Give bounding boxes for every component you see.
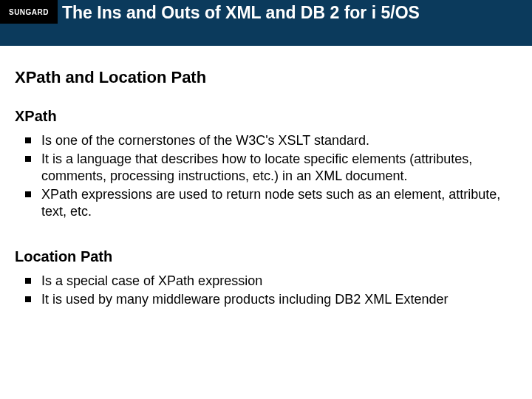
section-xpath: XPath Is one of the cornerstones of the …: [15, 108, 510, 220]
page-title: The Ins and Outs of XML and DB 2 for i 5…: [62, 3, 525, 23]
subheading-xpath: XPath: [15, 108, 510, 125]
slide-body: XPath and Location Path XPath Is one of …: [15, 68, 510, 336]
list-item: Is one of the cornerstones of the W3C's …: [41, 132, 510, 149]
list-item: It is used by many middleware products i…: [41, 291, 510, 308]
list-item: XPath expressions are used to return nod…: [41, 186, 510, 220]
list-item: Is a special case of XPath expression: [41, 273, 510, 290]
list-item: It is a language that describes how to l…: [41, 151, 510, 185]
slide: SUNGARD The Ins and Outs of XML and DB 2…: [0, 0, 532, 399]
bullet-list: Is one of the cornerstones of the W3C's …: [15, 132, 510, 220]
section-location-path: Location Path Is a special case of XPath…: [15, 248, 510, 308]
brand-logo: SUNGARD: [0, 0, 58, 24]
section-heading: XPath and Location Path: [15, 68, 510, 87]
bullet-list: Is a special case of XPath expression It…: [15, 273, 510, 308]
subheading-location-path: Location Path: [15, 248, 510, 265]
brand-logo-text: SUNGARD: [9, 8, 49, 16]
